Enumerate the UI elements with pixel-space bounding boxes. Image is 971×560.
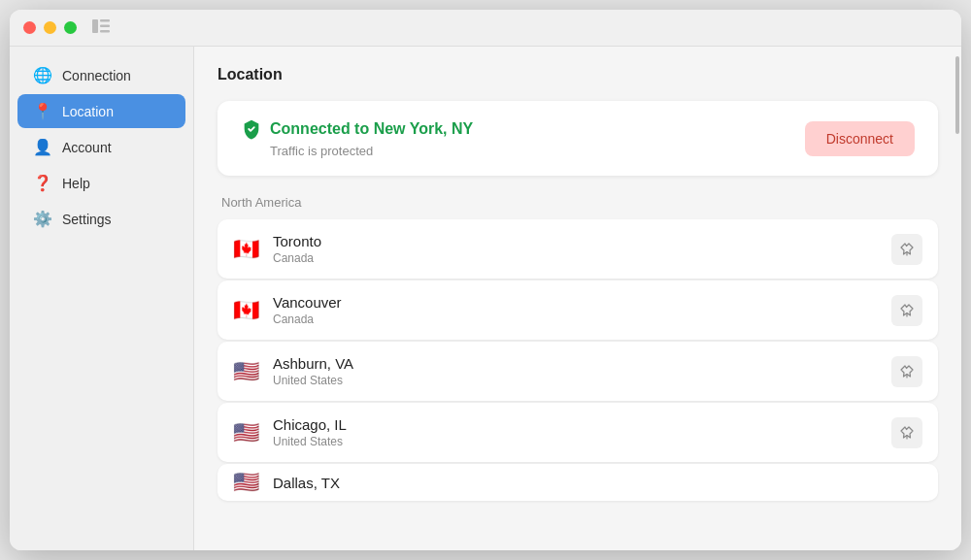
sidebar-item-connection[interactable]: 🌐 Connection (17, 58, 185, 92)
connection-icon: 🌐 (33, 66, 52, 84)
location-item-chicago[interactable]: 🇺🇸 Chicago, IL United States (218, 403, 938, 462)
location-item-ashburn[interactable]: 🇺🇸 Ashburn, VA United States (218, 342, 938, 401)
city-toronto: Toronto (273, 233, 321, 249)
scrollbar-thumb[interactable] (955, 56, 959, 134)
location-text: Toronto Canada (273, 233, 321, 265)
sidebar-item-account[interactable]: 👤 Account (17, 130, 185, 164)
flag-canada-2: 🇨🇦 (233, 300, 259, 321)
city-chicago: Chicago, IL (273, 416, 347, 433)
connection-info: Connected to New York, NY Traffic is pro… (241, 118, 473, 158)
country-toronto: Canada (273, 251, 321, 265)
sidebar-item-settings[interactable]: ⚙️ Settings (17, 202, 185, 236)
city-ashburn: Ashburn, VA (273, 355, 353, 372)
location-left-dallas: 🇺🇸 Dallas, TX (233, 472, 340, 493)
country-chicago: United States (273, 435, 347, 448)
location-icon: 📍 (33, 102, 52, 120)
location-list: 🇨🇦 Toronto Canada (218, 219, 938, 501)
account-icon: 👤 (33, 138, 52, 156)
pin-icon (900, 426, 914, 440)
location-text-chicago: Chicago, IL United States (273, 416, 347, 448)
sidebar-item-account-label: Account (62, 140, 112, 155)
flag-canada-1: 🇨🇦 (233, 239, 259, 260)
sidebar: 🌐 Connection 📍 Location 👤 Account ❓ Help… (10, 47, 194, 550)
location-left: 🇨🇦 Toronto Canada (233, 233, 321, 265)
settings-icon: ⚙️ (33, 210, 52, 228)
connection-status: Connected to New York, NY (241, 118, 473, 140)
disconnect-button[interactable]: Disconnect (805, 121, 915, 156)
location-left-chicago: 🇺🇸 Chicago, IL United States (233, 416, 347, 448)
connection-card: Connected to New York, NY Traffic is pro… (218, 101, 938, 176)
flag-us-2: 🇺🇸 (233, 422, 259, 444)
location-text-dallas: Dallas, TX (273, 475, 340, 491)
flag-us-1: 🇺🇸 (233, 361, 259, 382)
app-window: 🌐 Connection 📍 Location 👤 Account ❓ Help… (10, 10, 961, 550)
pin-icon (900, 365, 914, 379)
location-left-ashburn: 🇺🇸 Ashburn, VA United States (233, 355, 353, 387)
close-button[interactable] (23, 21, 36, 34)
svg-rect-2 (100, 24, 110, 27)
connection-subtitle: Traffic is protected (270, 144, 473, 158)
city-vancouver: Vancouver (273, 294, 342, 311)
sidebar-toggle-button[interactable] (92, 19, 110, 37)
pin-icon (900, 304, 914, 317)
location-item-toronto[interactable]: 🇨🇦 Toronto Canada (218, 219, 938, 279)
main-layout: 🌐 Connection 📍 Location 👤 Account ❓ Help… (10, 47, 961, 550)
svg-rect-3 (100, 30, 110, 33)
sidebar-item-location-label: Location (62, 104, 114, 119)
titlebar (10, 10, 961, 47)
help-icon: ❓ (33, 174, 52, 192)
scrollbar-track[interactable] (954, 47, 961, 550)
sidebar-item-settings-label: Settings (62, 212, 112, 227)
shield-icon (241, 118, 262, 140)
pin-button-vancouver[interactable] (891, 295, 922, 326)
connection-status-text: Connected to New York, NY (270, 120, 473, 138)
location-item-dallas[interactable]: 🇺🇸 Dallas, TX (218, 464, 938, 501)
main-content: Location Connected to New York, NY Traff… (194, 47, 961, 550)
pin-button-toronto[interactable] (891, 234, 922, 265)
pin-icon (900, 243, 914, 256)
location-item-vancouver[interactable]: 🇨🇦 Vancouver Canada (218, 280, 938, 340)
maximize-button[interactable] (64, 21, 77, 34)
sidebar-item-connection-label: Connection (62, 68, 131, 83)
sidebar-item-location[interactable]: 📍 Location (17, 94, 185, 128)
location-text-vancouver: Vancouver Canada (273, 294, 342, 326)
minimize-button[interactable] (44, 21, 56, 34)
page-title: Location (218, 66, 938, 83)
sidebar-item-help-label: Help (62, 176, 90, 191)
pin-button-ashburn[interactable] (891, 356, 922, 387)
flag-us-3: 🇺🇸 (233, 472, 259, 493)
city-dallas: Dallas, TX (273, 475, 340, 491)
country-ashburn: United States (273, 374, 353, 387)
sidebar-item-help[interactable]: ❓ Help (17, 166, 185, 200)
svg-rect-0 (92, 19, 98, 33)
pin-button-chicago[interactable] (891, 417, 922, 448)
location-left-vancouver: 🇨🇦 Vancouver Canada (233, 294, 342, 326)
svg-rect-1 (100, 19, 110, 22)
country-vancouver: Canada (273, 313, 342, 326)
region-label: North America (221, 195, 938, 210)
location-text-ashburn: Ashburn, VA United States (273, 355, 353, 387)
